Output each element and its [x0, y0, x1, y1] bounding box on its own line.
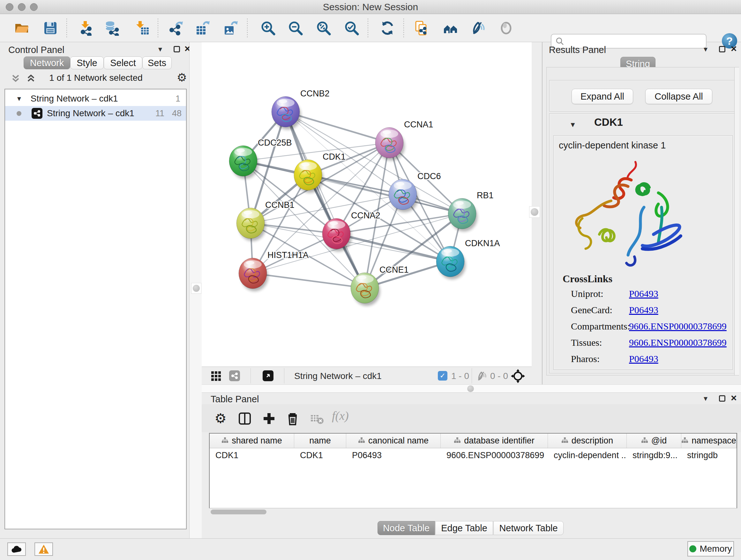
table-row[interactable]: CDK1CDK1P064939606.ENSP00000378699cyclin…	[210, 448, 737, 462]
table-options-gear-icon[interactable]: ⚙	[213, 411, 228, 426]
tab-style[interactable]: Style	[70, 57, 104, 69]
import-network-icon[interactable]	[78, 20, 93, 36]
import-network-from-database-icon[interactable]	[105, 20, 120, 36]
zoom-fit-icon[interactable]	[316, 20, 331, 36]
network-node-RB1[interactable]: RB1	[448, 191, 494, 232]
show-all-icon[interactable]	[498, 20, 514, 36]
collection-expand-icon[interactable]: ▼	[16, 95, 22, 103]
table-cell[interactable]: CDK1	[210, 448, 294, 462]
tab-sets[interactable]: Sets	[142, 57, 172, 69]
tab-node-table[interactable]: Node Table	[378, 521, 435, 535]
table-cell[interactable]: P06493	[346, 448, 441, 462]
hidden-eye-icon[interactable]	[476, 371, 488, 381]
horizontal-splitter-handle[interactable]	[467, 385, 474, 392]
results-panel-menu-icon[interactable]: ▾	[704, 45, 708, 54]
network-node-label: CDKN1A	[465, 239, 500, 248]
network-node-CCNE1[interactable]: CCNE1	[351, 265, 409, 306]
results-panel-float-icon[interactable]	[719, 46, 725, 52]
network-node-CCNA1[interactable]: CCNA1	[375, 120, 433, 161]
hide-selected-icon[interactable]	[470, 20, 486, 36]
table-cell[interactable]: cyclin-dependent ...	[548, 448, 627, 462]
network-node-label: CCNB1	[265, 200, 294, 210]
column-header-description[interactable]: description	[548, 434, 627, 448]
open-session-icon[interactable]	[14, 20, 29, 36]
hidden-counts: 0 - 0	[490, 371, 508, 381]
network-view-title: String Network – cdk1	[294, 371, 382, 381]
network-canvas[interactable]: CCNB2CCNA1CDC25BCDK1CDC6RB1CCNB1CCNA2CDK…	[202, 42, 532, 367]
node-table[interactable]: shared namenamecanonical namedatabase id…	[209, 433, 737, 508]
right-splitter-handle[interactable]	[529, 206, 540, 218]
gene-description: cyclin-dependent kinase 1	[559, 140, 666, 151]
horizontal-splitter[interactable]	[202, 384, 741, 393]
tab-select[interactable]: Select	[104, 57, 142, 69]
apply-layout-icon[interactable]	[380, 20, 395, 36]
results-scrollbar[interactable]	[734, 67, 739, 375]
control-panel-float-icon[interactable]	[174, 46, 180, 52]
create-column-icon[interactable]	[262, 411, 276, 426]
zoom-in-icon[interactable]	[260, 20, 276, 36]
network-view-icon[interactable]	[229, 370, 240, 381]
fit-selected-crosshair-icon[interactable]	[511, 369, 525, 383]
crosslink-row: GeneCard:P06493	[554, 305, 733, 321]
grid-view-icon[interactable]	[211, 371, 221, 381]
column-header-shared-name[interactable]: shared name	[210, 434, 294, 448]
table-body[interactable]: CDK1CDK1P064939606.ENSP00000378699cyclin…	[210, 448, 737, 462]
table-cell[interactable]: stringdb	[681, 448, 737, 462]
export-image-icon[interactable]	[223, 20, 239, 36]
zoom-out-icon[interactable]	[288, 20, 303, 36]
network-node-CCNB2[interactable]: CCNB2	[272, 89, 330, 130]
network-options-gear-icon[interactable]: ⚙	[176, 71, 188, 84]
show-columns-icon[interactable]	[238, 411, 252, 426]
table-header-row[interactable]: shared namenamecanonical namedatabase id…	[210, 434, 737, 448]
left-splitter[interactable]	[189, 42, 202, 538]
crosslink-link[interactable]: 9606.ENSP00000378699	[629, 337, 727, 348]
birdseye-view-icon[interactable]	[263, 370, 273, 381]
network-collection-row[interactable]: ▼ String Network – cdk1 1	[5, 91, 186, 106]
table-panel-close-icon[interactable]: ×	[731, 395, 737, 401]
table-cell[interactable]: 9606.ENSP00000378699	[441, 448, 548, 462]
delete-table-icon[interactable]	[310, 411, 324, 426]
edge-count: 48	[172, 109, 182, 118]
control-panel-menu-icon[interactable]: ▾	[158, 45, 162, 54]
export-table-icon[interactable]	[195, 20, 211, 36]
table-cell[interactable]: stringdb:9...	[627, 448, 681, 462]
table-cell[interactable]: CDK1	[294, 448, 346, 462]
crosslink-link[interactable]: 9606.ENSP00000378699	[629, 321, 727, 332]
crosslink-link[interactable]: P06493	[629, 305, 658, 315]
column-header-name[interactable]: name	[294, 434, 346, 448]
column-header--id[interactable]: @id	[627, 434, 681, 448]
export-network-icon[interactable]	[169, 20, 184, 36]
import-table-icon[interactable]	[134, 20, 149, 36]
right-splitter[interactable]	[532, 42, 542, 384]
gene-collapse-icon[interactable]: ▼	[569, 121, 576, 129]
memory-button[interactable]: Memory	[687, 541, 734, 557]
tab-network[interactable]: Network	[23, 57, 70, 69]
results-panel-close-icon[interactable]: ×	[731, 45, 737, 52]
network-node-HIST1H1A[interactable]: HIST1H1A	[239, 250, 309, 291]
warnings-button[interactable]	[35, 543, 53, 556]
column-header-namespace[interactable]: namespace	[681, 434, 737, 448]
table-panel-float-icon[interactable]	[719, 395, 725, 401]
crosslink-link[interactable]: P06493	[629, 288, 658, 299]
delete-column-icon[interactable]	[285, 411, 300, 426]
network-node-CDKN1A[interactable]: CDKN1A	[436, 239, 500, 279]
table-hscrollbar-thumb[interactable]	[211, 509, 266, 514]
crosslink-link[interactable]: P06493	[629, 354, 658, 364]
collapse-all-button[interactable]: Collapse All	[645, 89, 712, 104]
cloud-button[interactable]	[7, 543, 26, 556]
save-session-icon[interactable]	[43, 20, 58, 36]
left-splitter-handle[interactable]	[191, 283, 201, 294]
table-panel-menu-icon[interactable]: ▾	[704, 394, 708, 403]
expand-all-button[interactable]: Expand All	[571, 89, 633, 104]
column-header-database-identifier[interactable]: database identifier	[441, 434, 548, 448]
function-builder-icon[interactable]: f(x)	[332, 409, 349, 423]
tab-edge-table[interactable]: Edge Table	[435, 521, 493, 535]
zoom-selected-icon[interactable]	[344, 20, 359, 36]
column-header-canonical-name[interactable]: canonical name	[346, 434, 441, 448]
network-row[interactable]: String Network – cdk1 11 48	[5, 106, 186, 121]
tab-network-table[interactable]: Network Table	[493, 521, 563, 535]
selected-checkbox-icon[interactable]: ✓	[438, 371, 448, 381]
network-graph[interactable]: CCNB2CCNA1CDC25BCDK1CDC6RB1CCNB1CCNA2CDK…	[202, 42, 532, 367]
first-neighbors-icon[interactable]	[443, 20, 458, 36]
new-network-from-selection-icon[interactable]	[414, 20, 429, 36]
